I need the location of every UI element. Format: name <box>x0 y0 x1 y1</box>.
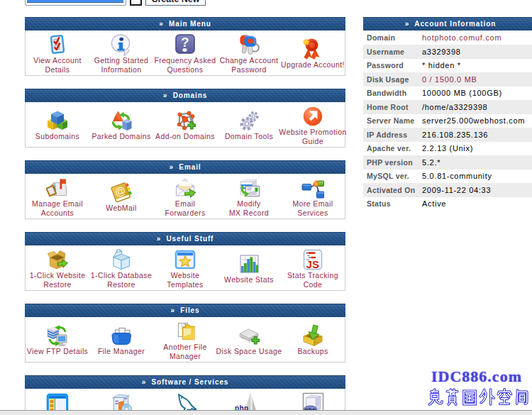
svg-text:?: ? <box>181 35 189 50</box>
svg-text:JS: JS <box>306 259 320 270</box>
